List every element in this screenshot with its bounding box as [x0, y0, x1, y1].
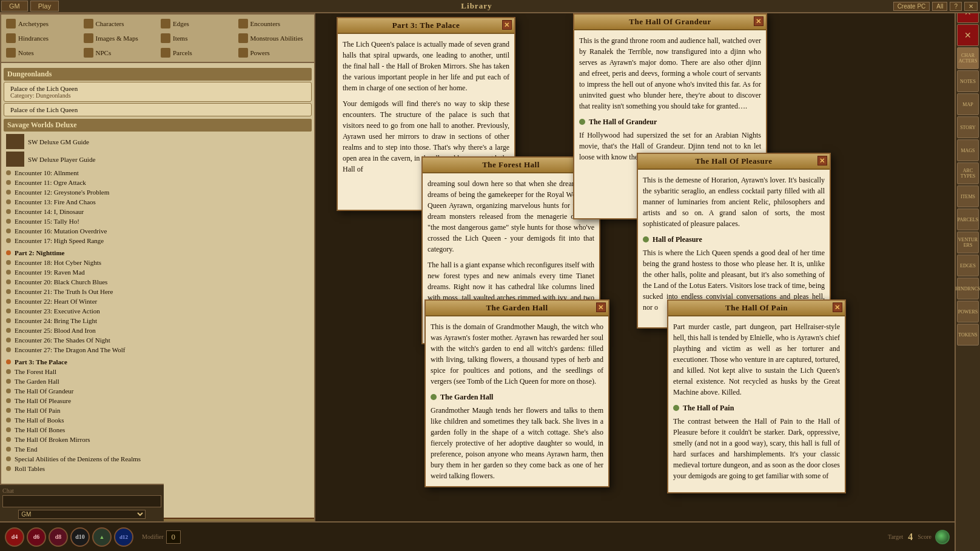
hindrance-icon [6, 33, 16, 43]
right-btn-powers[interactable]: POWERS [957, 301, 979, 322]
chat-select[interactable]: GM [18, 510, 146, 519]
campaign-item-2[interactable]: Palace of the Lich Queen [4, 103, 312, 116]
target-value: 4 [908, 532, 913, 543]
encounter-item-17[interactable]: Encounter 26: The Shades Of Night [4, 335, 312, 345]
window-pain-title: The Hall Of Pain ✕ [668, 301, 845, 316]
encounter-item-30[interactable]: Roll Tables [4, 464, 312, 473]
right-btn-parcels[interactable]: PARCELS [957, 209, 979, 230]
grandeur-sub-heading: The Hall of Grandeur [579, 116, 761, 127]
nav-archetypes[interactable]: Archetypes [4, 17, 80, 30]
nav-items[interactable]: Items [158, 32, 235, 45]
campaign-item-1[interactable]: Palace of the Lich Queen Category: Dunge… [4, 82, 312, 102]
gm-button[interactable]: GM [1, 1, 28, 12]
close-button[interactable]: ✕ [964, 2, 978, 11]
encounter-item-10[interactable]: Encounter 19: Raven Mad [4, 267, 312, 277]
encounter-item-21[interactable]: The Garden Hall [4, 376, 312, 386]
right-btn-close2[interactable]: ✕ [957, 24, 979, 46]
right-btn-map[interactable]: MAP [957, 93, 979, 115]
nav-npcs[interactable]: NPCs [81, 46, 158, 59]
window-part3-close[interactable]: ✕ [502, 20, 512, 30]
dice-d10[interactable]: d10 [70, 527, 90, 547]
encounter-item-15[interactable]: Encounter 24: Bring The Light [4, 316, 312, 326]
guide-item-2[interactable]: SW Deluxe Player Guide [4, 150, 312, 168]
encounter-item-25[interactable]: The Hall of Books [4, 415, 312, 425]
right-btn-items[interactable]: ITEMS [957, 185, 979, 207]
nav-monstrous[interactable]: Monstrous Abilities [236, 32, 312, 45]
encounter-item-4[interactable]: Encounter 14: I, Dinosaur [4, 207, 312, 216]
help-button[interactable]: ? [950, 2, 962, 11]
garden-sub-heading: The Garden Hall [431, 392, 603, 402]
pain-sub-label: The Hall of Pain [683, 402, 734, 413]
right-btn-venturers[interactable]: VENTUR ERS [957, 232, 979, 253]
power-icon [238, 48, 248, 58]
encounter-item-2[interactable]: Encounter 12: Greystone's Problem [4, 187, 312, 197]
right-btn-hindrances[interactable]: HINDRNCS [957, 278, 979, 299]
encounter-item-12[interactable]: Encounter 21: The Truth Is Out Here [4, 287, 312, 296]
encounter-item-18[interactable]: Encounter 27: The Dragon And The Wolf [4, 345, 312, 355]
encounter-item-20[interactable]: The Forest Hall [4, 367, 312, 376]
right-btn-edges[interactable]: EDGES [957, 255, 979, 276]
dice-triangle[interactable]: ▲ [92, 527, 112, 547]
encounter-item-0[interactable]: Encounter 10: Allnment [4, 168, 312, 178]
encounter-item-7[interactable]: Encounter 17: High Speed Range [4, 236, 312, 245]
nav-characters[interactable]: Characters [81, 17, 158, 30]
chat-input[interactable] [2, 495, 161, 507]
play-button[interactable]: Play [30, 1, 59, 12]
window-pain-close[interactable]: ✕ [833, 302, 842, 312]
left-panel: Archetypes Characters Edges Encounters H… [0, 13, 315, 535]
create-pc-button[interactable]: Create PC [893, 2, 930, 11]
nav-tabs: Archetypes Characters Edges Encounters H… [1, 15, 314, 63]
nav-edges[interactable]: Edges [158, 17, 235, 30]
encounter-item-11[interactable]: Encounter 20: Black Church Blues [4, 277, 312, 287]
note-icon [6, 48, 16, 58]
nav-images[interactable]: Images & Maps [81, 32, 158, 45]
right-btn-archetypes[interactable]: ARC TYPES [957, 162, 979, 184]
window-pleasure-title: The Hall Of Pleasure ✕ [638, 154, 830, 170]
window-garden-hall-close[interactable]: ✕ [596, 302, 606, 312]
encounter-item-27[interactable]: The Hall Of Broken Mirrors [4, 435, 312, 444]
nav-parcels[interactable]: Parcels [158, 46, 235, 59]
encounter-item-28[interactable]: The End [4, 444, 312, 454]
encounter-item-13[interactable]: Encounter 22: Heart Of Winter [4, 296, 312, 306]
right-btn-tokens[interactable]: TOKENS [957, 324, 979, 346]
dice-d8[interactable]: d8 [49, 527, 68, 547]
encounter-item-19[interactable]: Part 3: The Palace [4, 357, 312, 367]
window-part3-title: Part 3: The Palace ✕ [338, 18, 514, 34]
nav-hindrances[interactable]: Hindrances [4, 32, 80, 45]
guide-label-1: SW Deluxe GM Guide [28, 138, 89, 145]
encounter-item-16[interactable]: Encounter 25: Blood And Iron [4, 326, 312, 335]
dice-d4[interactable]: d4 [5, 527, 24, 547]
window-grandeur-title: The Hall Of Grandeur ✕ [574, 15, 766, 30]
encounter-item-9[interactable]: Encounter 18: Hot Cyber Nights [4, 258, 312, 267]
encounter-item-23[interactable]: The Hall Of Pleasure [4, 396, 312, 406]
encounter-item-1[interactable]: Encounter 11: Ogre Attack [4, 178, 312, 187]
section-dungeonlands: Dungeonlands [4, 68, 312, 81]
window-grandeur-close[interactable]: ✕ [754, 16, 764, 26]
garden-sub-label: The Garden Hall [440, 392, 493, 402]
encounter-item-8[interactable]: Part 2: Nighttime [4, 248, 312, 258]
encounter-item-6[interactable]: Encounter 16: Mutation Overdrive [4, 226, 312, 236]
window-pleasure-close[interactable]: ✕ [817, 156, 827, 165]
right-btn-characters[interactable]: CHAR ACTERS [957, 47, 979, 69]
dice-d6[interactable]: d6 [27, 527, 46, 547]
encounter-item-26[interactable]: The Hall Of Bones [4, 425, 312, 435]
right-btn-mags[interactable]: MAGS [957, 139, 979, 161]
window-pleasure-body: This is the demesne of Horarion, Ayrawn'… [638, 170, 830, 321]
encounter-item-29[interactable]: Special Abilities of the Denizens of the… [4, 454, 312, 464]
nav-powers[interactable]: Powers [236, 46, 312, 59]
encounter-item-14[interactable]: Encounter 23: Executive Action [4, 306, 312, 316]
guide-item-1[interactable]: SW Deluxe GM Guide [4, 133, 312, 150]
character-icon [84, 19, 93, 28]
all-button[interactable]: All [932, 2, 947, 11]
right-btn-notes[interactable]: NOTES [957, 70, 979, 92]
encounter-item-5[interactable]: Encounter 15: Tally Ho! [4, 216, 312, 226]
encounter-item-3[interactable]: Encounter 13: Fire And Chaos [4, 197, 312, 207]
encounter-item-22[interactable]: The Hall Of Grandeur [4, 386, 312, 396]
encounter-item-24[interactable]: The Hall Of Pain [4, 406, 312, 415]
dice-d12[interactable]: d12 [114, 527, 133, 547]
window-pain-body: Part murder castle, part dungeon, part H… [668, 316, 845, 486]
nav-encounters[interactable]: Encounters [236, 17, 312, 30]
nav-notes[interactable]: Notes [4, 46, 80, 59]
window-pain-p2: The contrast between the Hall of Pain to… [673, 416, 840, 481]
right-btn-story[interactable]: STORY [957, 116, 979, 138]
